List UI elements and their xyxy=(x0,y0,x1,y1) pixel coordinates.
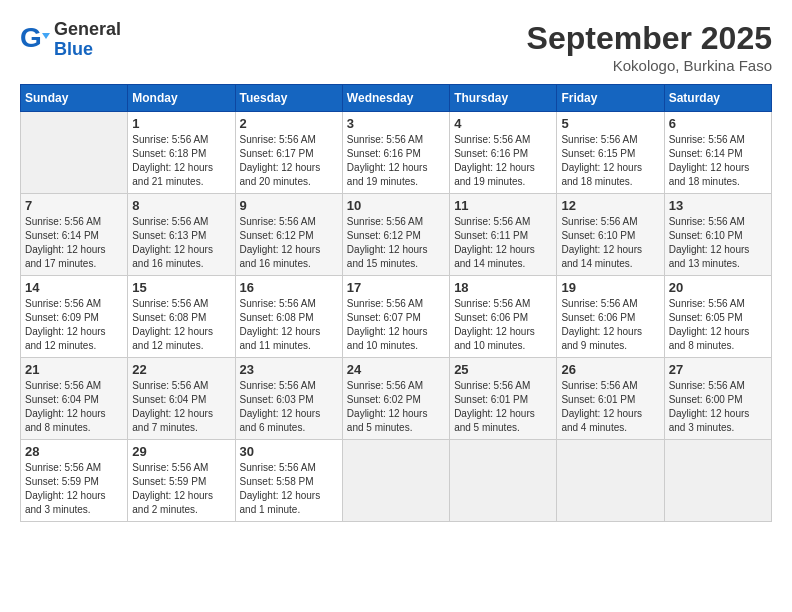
day-cell: 1Sunrise: 5:56 AM Sunset: 6:18 PM Daylig… xyxy=(128,112,235,194)
day-cell: 10Sunrise: 5:56 AM Sunset: 6:12 PM Dayli… xyxy=(342,194,449,276)
week-row: 14Sunrise: 5:56 AM Sunset: 6:09 PM Dayli… xyxy=(21,276,772,358)
month-title: September 2025 xyxy=(527,20,772,57)
day-number: 16 xyxy=(240,280,338,295)
day-cell: 2Sunrise: 5:56 AM Sunset: 6:17 PM Daylig… xyxy=(235,112,342,194)
day-info: Sunrise: 5:56 AM Sunset: 6:09 PM Dayligh… xyxy=(25,297,123,353)
day-info: Sunrise: 5:56 AM Sunset: 6:05 PM Dayligh… xyxy=(669,297,767,353)
day-cell: 7Sunrise: 5:56 AM Sunset: 6:14 PM Daylig… xyxy=(21,194,128,276)
week-row: 21Sunrise: 5:56 AM Sunset: 6:04 PM Dayli… xyxy=(21,358,772,440)
day-number: 11 xyxy=(454,198,552,213)
day-cell: 20Sunrise: 5:56 AM Sunset: 6:05 PM Dayli… xyxy=(664,276,771,358)
day-info: Sunrise: 5:56 AM Sunset: 6:16 PM Dayligh… xyxy=(347,133,445,189)
day-cell: 29Sunrise: 5:56 AM Sunset: 5:59 PM Dayli… xyxy=(128,440,235,522)
day-info: Sunrise: 5:56 AM Sunset: 6:17 PM Dayligh… xyxy=(240,133,338,189)
day-cell: 27Sunrise: 5:56 AM Sunset: 6:00 PM Dayli… xyxy=(664,358,771,440)
day-cell: 22Sunrise: 5:56 AM Sunset: 6:04 PM Dayli… xyxy=(128,358,235,440)
day-number: 14 xyxy=(25,280,123,295)
logo-line1: General xyxy=(54,19,121,39)
day-cell: 23Sunrise: 5:56 AM Sunset: 6:03 PM Dayli… xyxy=(235,358,342,440)
day-number: 22 xyxy=(132,362,230,377)
day-info: Sunrise: 5:56 AM Sunset: 5:58 PM Dayligh… xyxy=(240,461,338,517)
day-number: 8 xyxy=(132,198,230,213)
day-info: Sunrise: 5:56 AM Sunset: 6:12 PM Dayligh… xyxy=(240,215,338,271)
day-number: 6 xyxy=(669,116,767,131)
day-number: 20 xyxy=(669,280,767,295)
day-cell: 13Sunrise: 5:56 AM Sunset: 6:10 PM Dayli… xyxy=(664,194,771,276)
day-cell: 25Sunrise: 5:56 AM Sunset: 6:01 PM Dayli… xyxy=(450,358,557,440)
weekday-cell: Monday xyxy=(128,85,235,112)
day-cell xyxy=(557,440,664,522)
day-info: Sunrise: 5:56 AM Sunset: 6:18 PM Dayligh… xyxy=(132,133,230,189)
svg-marker-1 xyxy=(42,33,50,39)
day-cell xyxy=(21,112,128,194)
day-cell: 9Sunrise: 5:56 AM Sunset: 6:12 PM Daylig… xyxy=(235,194,342,276)
svg-text:G: G xyxy=(20,25,42,53)
day-info: Sunrise: 5:56 AM Sunset: 6:11 PM Dayligh… xyxy=(454,215,552,271)
day-number: 12 xyxy=(561,198,659,213)
day-cell: 21Sunrise: 5:56 AM Sunset: 6:04 PM Dayli… xyxy=(21,358,128,440)
day-info: Sunrise: 5:56 AM Sunset: 6:16 PM Dayligh… xyxy=(454,133,552,189)
day-info: Sunrise: 5:56 AM Sunset: 6:13 PM Dayligh… xyxy=(132,215,230,271)
day-cell: 19Sunrise: 5:56 AM Sunset: 6:06 PM Dayli… xyxy=(557,276,664,358)
day-info: Sunrise: 5:56 AM Sunset: 6:01 PM Dayligh… xyxy=(561,379,659,435)
day-info: Sunrise: 5:56 AM Sunset: 6:03 PM Dayligh… xyxy=(240,379,338,435)
day-number: 13 xyxy=(669,198,767,213)
day-info: Sunrise: 5:56 AM Sunset: 6:14 PM Dayligh… xyxy=(25,215,123,271)
day-cell xyxy=(450,440,557,522)
day-number: 17 xyxy=(347,280,445,295)
day-number: 7 xyxy=(25,198,123,213)
weekday-cell: Thursday xyxy=(450,85,557,112)
logo: G General Blue xyxy=(20,20,121,60)
day-number: 27 xyxy=(669,362,767,377)
weekday-cell: Wednesday xyxy=(342,85,449,112)
location-subtitle: Kokologo, Burkina Faso xyxy=(527,57,772,74)
day-info: Sunrise: 5:56 AM Sunset: 5:59 PM Dayligh… xyxy=(132,461,230,517)
day-info: Sunrise: 5:56 AM Sunset: 6:02 PM Dayligh… xyxy=(347,379,445,435)
calendar-header: SundayMondayTuesdayWednesdayThursdayFrid… xyxy=(21,85,772,112)
day-cell: 8Sunrise: 5:56 AM Sunset: 6:13 PM Daylig… xyxy=(128,194,235,276)
day-info: Sunrise: 5:56 AM Sunset: 5:59 PM Dayligh… xyxy=(25,461,123,517)
day-cell: 26Sunrise: 5:56 AM Sunset: 6:01 PM Dayli… xyxy=(557,358,664,440)
weekday-cell: Saturday xyxy=(664,85,771,112)
weekday-cell: Friday xyxy=(557,85,664,112)
day-info: Sunrise: 5:56 AM Sunset: 6:04 PM Dayligh… xyxy=(132,379,230,435)
logo-icon: G xyxy=(20,25,50,55)
day-number: 3 xyxy=(347,116,445,131)
day-cell: 4Sunrise: 5:56 AM Sunset: 6:16 PM Daylig… xyxy=(450,112,557,194)
day-info: Sunrise: 5:56 AM Sunset: 6:10 PM Dayligh… xyxy=(561,215,659,271)
day-cell: 24Sunrise: 5:56 AM Sunset: 6:02 PM Dayli… xyxy=(342,358,449,440)
day-info: Sunrise: 5:56 AM Sunset: 6:00 PM Dayligh… xyxy=(669,379,767,435)
day-info: Sunrise: 5:56 AM Sunset: 6:07 PM Dayligh… xyxy=(347,297,445,353)
day-cell: 5Sunrise: 5:56 AM Sunset: 6:15 PM Daylig… xyxy=(557,112,664,194)
day-info: Sunrise: 5:56 AM Sunset: 6:10 PM Dayligh… xyxy=(669,215,767,271)
day-cell: 28Sunrise: 5:56 AM Sunset: 5:59 PM Dayli… xyxy=(21,440,128,522)
day-cell: 11Sunrise: 5:56 AM Sunset: 6:11 PM Dayli… xyxy=(450,194,557,276)
page-header: G General Blue September 2025 Kokologo, … xyxy=(20,20,772,74)
day-info: Sunrise: 5:56 AM Sunset: 6:04 PM Dayligh… xyxy=(25,379,123,435)
day-number: 10 xyxy=(347,198,445,213)
day-number: 26 xyxy=(561,362,659,377)
logo-line2: Blue xyxy=(54,39,93,59)
title-block: September 2025 Kokologo, Burkina Faso xyxy=(527,20,772,74)
day-info: Sunrise: 5:56 AM Sunset: 6:08 PM Dayligh… xyxy=(240,297,338,353)
weekday-row: SundayMondayTuesdayWednesdayThursdayFrid… xyxy=(21,85,772,112)
logo-text: General Blue xyxy=(54,20,121,60)
day-number: 25 xyxy=(454,362,552,377)
day-number: 2 xyxy=(240,116,338,131)
day-cell: 12Sunrise: 5:56 AM Sunset: 6:10 PM Dayli… xyxy=(557,194,664,276)
weekday-cell: Sunday xyxy=(21,85,128,112)
day-number: 4 xyxy=(454,116,552,131)
day-number: 21 xyxy=(25,362,123,377)
day-cell: 17Sunrise: 5:56 AM Sunset: 6:07 PM Dayli… xyxy=(342,276,449,358)
day-number: 24 xyxy=(347,362,445,377)
day-info: Sunrise: 5:56 AM Sunset: 6:01 PM Dayligh… xyxy=(454,379,552,435)
day-info: Sunrise: 5:56 AM Sunset: 6:14 PM Dayligh… xyxy=(669,133,767,189)
week-row: 7Sunrise: 5:56 AM Sunset: 6:14 PM Daylig… xyxy=(21,194,772,276)
day-cell: 15Sunrise: 5:56 AM Sunset: 6:08 PM Dayli… xyxy=(128,276,235,358)
day-number: 30 xyxy=(240,444,338,459)
day-number: 18 xyxy=(454,280,552,295)
day-cell: 14Sunrise: 5:56 AM Sunset: 6:09 PM Dayli… xyxy=(21,276,128,358)
calendar-body: 1Sunrise: 5:56 AM Sunset: 6:18 PM Daylig… xyxy=(21,112,772,522)
day-info: Sunrise: 5:56 AM Sunset: 6:06 PM Dayligh… xyxy=(561,297,659,353)
day-cell: 30Sunrise: 5:56 AM Sunset: 5:58 PM Dayli… xyxy=(235,440,342,522)
